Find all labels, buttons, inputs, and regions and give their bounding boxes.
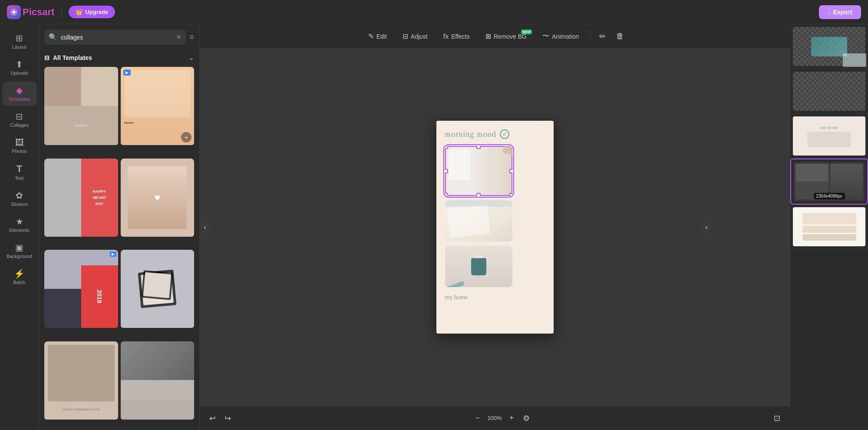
template-item[interactable]: Virtual Graduation Party (44, 341, 118, 430)
templates-icon: ◆ (16, 86, 23, 95)
sidebar-item-elements[interactable]: ★ Elements (2, 213, 37, 237)
pencil-button[interactable]: ✏ (596, 28, 609, 45)
canvas-area: ✎ Edit ⊟ Adjust fx Effects ⊠ Remove BG N… (200, 24, 790, 430)
right-panel-thumb-3: my home (793, 116, 865, 155)
size-badge: 2304x4096px (813, 193, 845, 199)
zoom-level: 100% (486, 415, 503, 421)
template-add-button[interactable]: + (181, 132, 191, 142)
grid-icon: ⊟ (44, 54, 50, 61)
zoom-settings-button[interactable]: ⚙ (520, 411, 532, 426)
delete-button[interactable]: 🗑 (613, 28, 627, 44)
edit-label: Edit (376, 33, 387, 40)
logo-text: Picsart (23, 7, 54, 18)
photo-slot-1[interactable] (445, 146, 512, 196)
hide-panel-button[interactable]: ⊡ (771, 411, 783, 426)
chevron-down-icon[interactable]: ⌄ (188, 53, 194, 62)
sidebar-item-layout[interactable]: ⊞ Layout (2, 30, 37, 54)
animation-icon: 〜 (542, 32, 549, 41)
canvas[interactable]: morning mood ↺ (436, 121, 554, 334)
trash-icon: 🗑 (616, 32, 624, 40)
sidebar-item-label: Collages (10, 122, 29, 128)
upgrade-label: Upgrade (85, 9, 108, 15)
template-item[interactable]: dream ▶ + (121, 67, 195, 156)
uploads-icon: ⬆ (16, 60, 23, 69)
edit-button[interactable]: ✎ Edit (362, 29, 393, 44)
template-item[interactable]: fashion (44, 67, 118, 156)
template-item[interactable] (121, 341, 195, 430)
search-input-wrapper: 🔍 ✕ (44, 30, 186, 45)
template-item[interactable]: ♥ (121, 159, 195, 248)
refresh-icon[interactable]: ↺ (500, 129, 509, 139)
remove-bg-icon: ⊠ (485, 32, 491, 40)
effects-label: Effects (451, 33, 470, 40)
undo-button[interactable]: ↩ (207, 411, 218, 426)
undo-redo-controls: ↩ ↪ (207, 411, 234, 426)
batch-icon: ⚡ (14, 269, 25, 278)
canvas-container: ‹ morning mood ↺ (200, 49, 790, 406)
photo-image-1 (445, 146, 512, 196)
right-panel-item-3[interactable]: my home (790, 114, 868, 159)
animation-button[interactable]: 〜 Animation (536, 28, 585, 44)
right-panel-label-3: my home (820, 125, 838, 130)
sidebar-item-batch[interactable]: ⚡ Batch (2, 265, 37, 289)
search-input[interactable] (61, 34, 172, 41)
export-button[interactable]: ↓ Export (819, 5, 861, 19)
adjust-button[interactable]: ⊟ Adjust (396, 29, 434, 44)
sidebar-item-photos[interactable]: 🖼 Photos (2, 134, 37, 158)
sidebar-item-label: Text (15, 175, 23, 181)
photo-slot-3[interactable] (445, 246, 512, 287)
all-templates-header: ⊟ All Templates ⌄ (39, 50, 199, 67)
right-panel-item-1[interactable] (790, 24, 868, 69)
animation-label: Animation (552, 33, 579, 40)
logo-icon (7, 5, 21, 19)
templates-panel: 🔍 ✕ ≡ ⊟ All Templates ⌄ (39, 24, 200, 430)
pencil-icon: ✏ (599, 32, 606, 41)
sidebar-item-collages[interactable]: ⊟ Collages (2, 108, 37, 132)
photo-slot-2[interactable] (445, 200, 512, 241)
all-templates-text: All Templates (53, 54, 92, 61)
remove-bg-button[interactable]: ⊠ Remove BG NEW (479, 29, 533, 44)
sidebar-item-uploads[interactable]: ⬆ Uploads (2, 56, 37, 80)
new-badge: NEW (521, 30, 532, 34)
zoom-in-button[interactable]: + (507, 411, 517, 425)
right-panel-item-5[interactable] (790, 205, 868, 249)
filter-button[interactable]: ≡ (189, 33, 194, 42)
search-icon: 🔍 (49, 33, 57, 41)
upgrade-button[interactable]: 👑 Upgrade (69, 6, 115, 18)
canvas-title: morning mood ↺ (445, 129, 510, 139)
sidebar-item-label: Uploads (10, 70, 28, 76)
export-label: Export (833, 9, 852, 16)
sidebar-item-text[interactable]: T Text (2, 160, 37, 185)
sidebar-item-templates[interactable]: ◆ Templates (2, 82, 37, 106)
collapse-panel-button[interactable]: ‹ (200, 217, 210, 238)
template-item[interactable]: 2019 ▶ (44, 250, 118, 339)
sidebar-item-label: Templates (8, 96, 30, 102)
expand-panel-right-button[interactable]: › (701, 217, 712, 238)
photos-icon: 🖼 (15, 138, 24, 147)
clear-search-button[interactable]: ✕ (176, 33, 182, 41)
collages-icon: ⊟ (16, 112, 23, 121)
sidebar-item-background[interactable]: ▣ Background (2, 239, 37, 263)
canvas-toolbar: ✎ Edit ⊟ Adjust fx Effects ⊠ Remove BG N… (200, 24, 790, 49)
adjust-label: Adjust (411, 33, 428, 40)
photo-image-2 (445, 207, 512, 241)
sidebar-item-label: Batch (13, 280, 25, 285)
right-panel-item-2[interactable] (790, 69, 868, 114)
zoom-controls: − 100% + ⚙ (472, 411, 532, 426)
sidebar-item-label: Stickers (11, 202, 28, 207)
sidebar-item-label: Photos (12, 149, 26, 154)
redo-button[interactable]: ↪ (222, 411, 234, 426)
template-item[interactable] (121, 250, 195, 339)
canvas-footer-text: my home (445, 294, 468, 301)
right-panel-item-4[interactable]: 2304x4096px (790, 159, 868, 205)
template-item[interactable]: HAPPY HEART DAY (44, 159, 118, 248)
effects-button[interactable]: fx Effects (437, 29, 476, 44)
export-icon: ↓ (828, 9, 831, 16)
canvas-title-text: morning mood (445, 130, 497, 139)
bottom-controls: ↩ ↪ − 100% + ⚙ ⊡ (200, 406, 790, 430)
canvas-footer: my home (445, 294, 468, 301)
effects-icon: fx (443, 33, 449, 40)
zoom-out-button[interactable]: − (472, 411, 482, 425)
sidebar-item-stickers[interactable]: ✿ Stickers (2, 187, 37, 211)
text-icon: T (17, 164, 22, 174)
